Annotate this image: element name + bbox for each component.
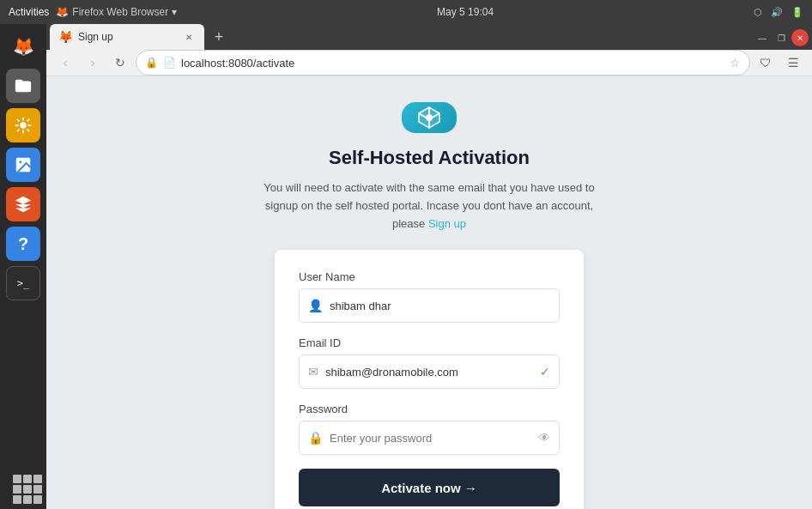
os-datetime: May 5 19:04	[437, 6, 494, 18]
username-input-wrapper: 👤	[299, 288, 560, 323]
app-logo	[402, 102, 457, 133]
sidebar-item-appstore[interactable]	[6, 187, 40, 221]
browser-window: 🦊 ? >_ 🦊	[0, 24, 812, 509]
email-input-wrapper: ✉ ✓	[299, 354, 560, 389]
form-card: User Name 👤 Email ID ✉ ✓	[275, 250, 584, 509]
network-icon: ⬡	[754, 7, 762, 18]
svg-point-3	[426, 114, 433, 121]
signup-link[interactable]: Sign up	[428, 217, 466, 230]
activities-button[interactable]: Activities	[9, 6, 49, 18]
nav-right-controls: 🛡 ☰	[754, 51, 805, 75]
password-label: Password	[299, 403, 560, 415]
browser-chrome: 🦊 Sign up ✕ + — ❐ ✕ ‹ › ↻ 🔒 📄 localhost:…	[46, 24, 812, 509]
page-icon: 📄	[163, 57, 176, 69]
email-input[interactable]	[325, 366, 533, 379]
nav-bar: ‹ › ↻ 🔒 📄 localhost:8080/activate ☆ 🛡 ☰	[46, 50, 812, 76]
lock-icon: 🔒	[308, 431, 323, 445]
restore-button[interactable]: ❐	[773, 29, 790, 46]
password-input-wrapper: 🔒 👁	[299, 421, 560, 455]
reload-button[interactable]: ↻	[108, 51, 132, 75]
page-subtitle: You will need to activate with the same …	[258, 179, 601, 233]
svg-point-2	[19, 161, 21, 163]
os-system-icons: ⬡ 🔊 🔋	[754, 7, 803, 18]
email-group: Email ID ✉ ✓	[299, 336, 560, 389]
page-title: Self-Hosted Activation	[329, 147, 530, 169]
tab-favicon: 🦊	[58, 30, 73, 44]
tab-bar: 🦊 Sign up ✕ + — ❐ ✕	[46, 24, 812, 50]
page-content: Self-Hosted Activation You will need to …	[46, 76, 812, 509]
email-label: Email ID	[299, 336, 560, 349]
password-input[interactable]	[330, 432, 531, 445]
tab-title: Sign up	[78, 31, 177, 43]
address-text: localhost:8080/activate	[181, 57, 724, 70]
bookmark-star-icon[interactable]: ☆	[730, 56, 741, 70]
hamburger-menu-button[interactable]: ☰	[781, 51, 805, 75]
forward-button[interactable]: ›	[81, 51, 105, 75]
sidebar-item-files[interactable]	[6, 69, 40, 103]
app-grid-button[interactable]	[8, 470, 39, 500]
minimize-button[interactable]: —	[754, 29, 771, 46]
new-tab-button[interactable]: +	[206, 24, 232, 50]
show-password-icon[interactable]: 👁	[538, 431, 550, 445]
password-group: Password 🔒 👁	[299, 403, 560, 455]
username-label: User Name	[299, 270, 560, 283]
battery-icon: 🔋	[791, 7, 803, 18]
window-controls: — ❐ ✕	[754, 29, 809, 50]
tab-close-button[interactable]: ✕	[182, 30, 196, 44]
shield-button[interactable]: 🛡	[754, 51, 778, 75]
sidebar-item-rhythmbox[interactable]	[6, 108, 40, 142]
sidebar-bottom	[8, 470, 39, 500]
security-icon: 🔒	[145, 57, 158, 69]
username-input[interactable]	[330, 300, 550, 312]
sidebar-item-terminal[interactable]: >_	[6, 266, 40, 300]
os-topbar-left: Activities 🦊 Firefox Web Browser ▾	[9, 6, 177, 18]
sidebar-item-help[interactable]: ?	[6, 227, 40, 261]
os-topbar: Activities 🦊 Firefox Web Browser ▾ May 5…	[0, 0, 812, 24]
browser-label: 🦊 Firefox Web Browser ▾	[56, 6, 177, 18]
sidebar-item-photos[interactable]	[6, 148, 40, 182]
firefox-favicon: 🦊	[56, 6, 69, 18]
sidebar-item-firefox[interactable]: 🦊	[6, 29, 40, 64]
user-icon: 👤	[308, 299, 323, 312]
activate-button[interactable]: Activate now →	[299, 469, 560, 506]
username-group: User Name 👤	[299, 270, 560, 323]
volume-icon: 🔊	[771, 7, 783, 18]
close-button[interactable]: ✕	[791, 29, 809, 46]
back-button[interactable]: ‹	[53, 51, 77, 75]
email-icon: ✉	[308, 365, 318, 379]
taskbar-sidebar: 🦊 ? >_	[0, 24, 46, 509]
browser-tab-active[interactable]: 🦊 Sign up ✕	[50, 24, 204, 50]
svg-point-0	[20, 122, 26, 128]
address-bar[interactable]: 🔒 📄 localhost:8080/activate ☆	[136, 50, 750, 76]
email-check-icon: ✓	[540, 365, 550, 379]
